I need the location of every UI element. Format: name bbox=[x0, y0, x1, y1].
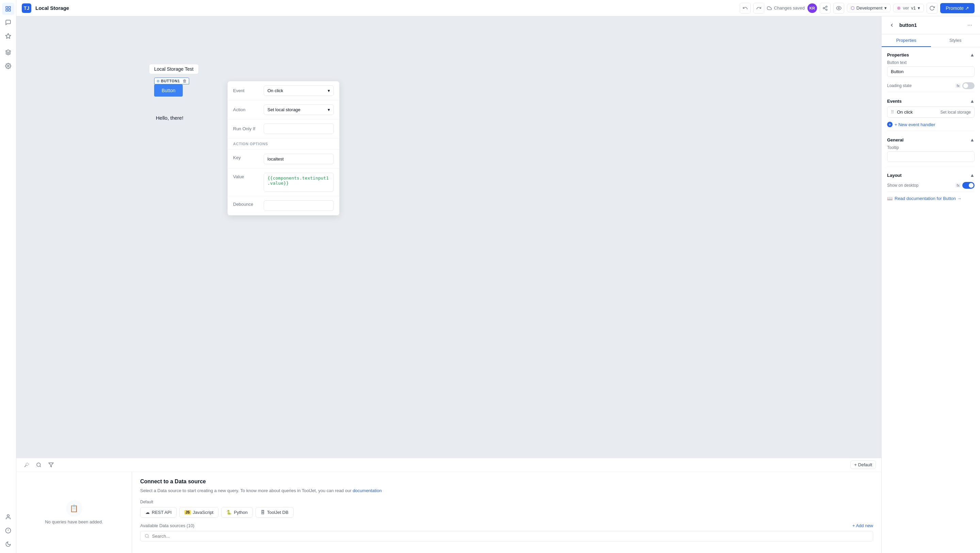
tooltip-label: Tooltip bbox=[887, 145, 975, 150]
action-select[interactable]: Set local storage ▾ bbox=[264, 105, 334, 115]
ver-label: v1 bbox=[911, 5, 916, 11]
env-icon: ⬡ bbox=[851, 5, 854, 11]
sidebar-item-comments[interactable] bbox=[2, 16, 14, 29]
right-panel: button1 ⋯ Properties Styles Properties ▲… bbox=[881, 16, 980, 553]
add-new-button[interactable]: + Add new bbox=[853, 523, 873, 528]
svg-rect-2 bbox=[6, 10, 8, 11]
event-item-action: Set local storage bbox=[940, 110, 971, 114]
main-wrapper: TJ Local Storage Changes saved KR ⬡ Dev bbox=[16, 0, 980, 553]
button-text-input[interactable] bbox=[887, 66, 975, 77]
events-toggle[interactable]: ▲ bbox=[970, 98, 975, 104]
sidebar-left bbox=[0, 0, 16, 553]
svg-point-8 bbox=[826, 6, 827, 7]
key-input[interactable] bbox=[264, 154, 334, 164]
page-label: Local Storage Test bbox=[149, 64, 199, 74]
event-select[interactable]: On click ▾ bbox=[264, 85, 334, 96]
sidebar-item-settings[interactable] bbox=[2, 60, 14, 72]
events-section-title: Events bbox=[887, 99, 902, 104]
sidebar-item-plugins[interactable] bbox=[2, 46, 14, 59]
sidebar-item-user[interactable] bbox=[2, 511, 14, 523]
event-field-label: Event bbox=[233, 88, 264, 93]
book-icon: 📖 bbox=[887, 196, 892, 201]
svg-line-11 bbox=[824, 8, 826, 10]
sidebar-item-bookmark[interactable] bbox=[2, 30, 14, 42]
version-selector[interactable]: ⊕ ver v1 ▾ bbox=[893, 4, 924, 12]
canvas[interactable]: Local Storage Test ⚙ BUTTON1 🗑 Button He… bbox=[16, 16, 881, 458]
python-button[interactable]: 🐍 Python bbox=[221, 507, 253, 518]
rest-api-button[interactable]: ☁ REST API bbox=[140, 507, 177, 518]
sidebar-item-moon[interactable] bbox=[2, 538, 14, 550]
user-avatar: KR bbox=[808, 3, 817, 13]
gear-sm-icon: ⚙ bbox=[156, 79, 159, 83]
svg-line-18 bbox=[148, 537, 149, 538]
svg-point-10 bbox=[826, 9, 827, 10]
refresh-button[interactable] bbox=[927, 3, 937, 14]
search-datasource[interactable] bbox=[140, 531, 873, 542]
doc-link[interactable]: 📖 Read documentation for Button → bbox=[887, 193, 975, 204]
env-selector[interactable]: ⬡ Development ▾ bbox=[847, 4, 891, 12]
canvas-button[interactable]: Button bbox=[154, 84, 183, 97]
svg-point-9 bbox=[823, 8, 824, 9]
delete-icon[interactable]: 🗑 bbox=[183, 79, 187, 83]
back-button[interactable] bbox=[887, 21, 897, 30]
magic-wand-icon[interactable] bbox=[22, 460, 31, 470]
component-id: BUTTON1 bbox=[161, 79, 180, 83]
javascript-button[interactable]: JS JavaScript bbox=[179, 507, 218, 518]
tab-properties[interactable]: Properties bbox=[882, 34, 931, 47]
available-label: Available Data sources (10) + Add new bbox=[140, 523, 873, 528]
layout-toggle[interactable]: ▲ bbox=[970, 172, 975, 178]
filter-icon[interactable] bbox=[46, 460, 56, 470]
ver-icon: ⊕ bbox=[897, 5, 901, 11]
action-field-label: Action bbox=[233, 107, 264, 112]
redo-button[interactable] bbox=[753, 3, 764, 14]
tab-styles[interactable]: Styles bbox=[931, 34, 980, 47]
run-only-input[interactable] bbox=[264, 124, 334, 134]
key-row: Key bbox=[228, 149, 339, 169]
js-icon: JS bbox=[185, 510, 191, 515]
show-desktop-fx[interactable]: fx bbox=[955, 183, 961, 188]
action-chevron-icon: ▾ bbox=[328, 107, 330, 112]
tooljet-db-button[interactable]: 🗄 ToolJet DB bbox=[256, 507, 294, 518]
loading-state-toggle[interactable] bbox=[962, 82, 975, 89]
properties-toggle[interactable]: ▲ bbox=[970, 52, 975, 57]
svg-rect-1 bbox=[8, 6, 10, 8]
ds-title: Connect to a Data source bbox=[140, 478, 873, 485]
general-toggle[interactable]: ▲ bbox=[970, 137, 975, 143]
preview-button[interactable] bbox=[833, 3, 844, 14]
run-only-row: Run Only If bbox=[228, 119, 339, 138]
loading-state-row: Loading state fx bbox=[887, 81, 975, 91]
share-button[interactable] bbox=[820, 3, 830, 14]
topbar: TJ Local Storage Changes saved KR ⬡ Dev bbox=[16, 0, 980, 16]
svg-marker-4 bbox=[5, 34, 11, 38]
new-event-button[interactable]: + + New event handler bbox=[887, 120, 975, 129]
search-icon[interactable] bbox=[34, 460, 43, 470]
debounce-row: Debounce bbox=[228, 196, 339, 215]
no-queries-icon: 📋 bbox=[66, 500, 82, 516]
properties-section-title: Properties bbox=[887, 52, 909, 57]
layout-section-header: Layout ▲ bbox=[887, 168, 975, 181]
value-input[interactable]: {{components.textinput1.value}} bbox=[264, 173, 334, 192]
datasource-buttons: ☁ REST API JS JavaScript 🐍 Python bbox=[140, 507, 873, 518]
sidebar-item-editor[interactable] bbox=[2, 3, 14, 15]
fx-badge[interactable]: fx bbox=[955, 83, 961, 88]
debounce-input[interactable] bbox=[264, 200, 334, 211]
show-desktop-toggle[interactable] bbox=[962, 182, 975, 189]
svg-marker-16 bbox=[49, 463, 53, 467]
add-query-button[interactable]: + Default bbox=[850, 461, 876, 469]
right-panel-header: button1 ⋯ bbox=[882, 16, 980, 34]
action-options-header: ACTION OPTIONS bbox=[228, 138, 339, 149]
panel-tabs: Properties Styles bbox=[882, 34, 980, 47]
doc-link[interactable]: documentation bbox=[353, 488, 382, 493]
datasource-search-input[interactable] bbox=[152, 534, 869, 539]
undo-button[interactable] bbox=[740, 3, 751, 14]
sidebar-item-chat[interactable] bbox=[2, 524, 14, 537]
event-chevron-icon: ▾ bbox=[328, 88, 330, 93]
tooltip-group: Tooltip bbox=[887, 145, 975, 162]
event-row: Event On click ▾ bbox=[228, 81, 339, 100]
run-only-label: Run Only If bbox=[233, 126, 264, 131]
more-button[interactable]: ⋯ bbox=[965, 21, 975, 30]
tooltip-input[interactable] bbox=[887, 151, 975, 162]
event-item[interactable]: ⠿ On click Set local storage bbox=[887, 106, 975, 118]
promote-button[interactable]: Promote ↗ bbox=[940, 3, 975, 13]
svg-line-15 bbox=[40, 466, 41, 467]
